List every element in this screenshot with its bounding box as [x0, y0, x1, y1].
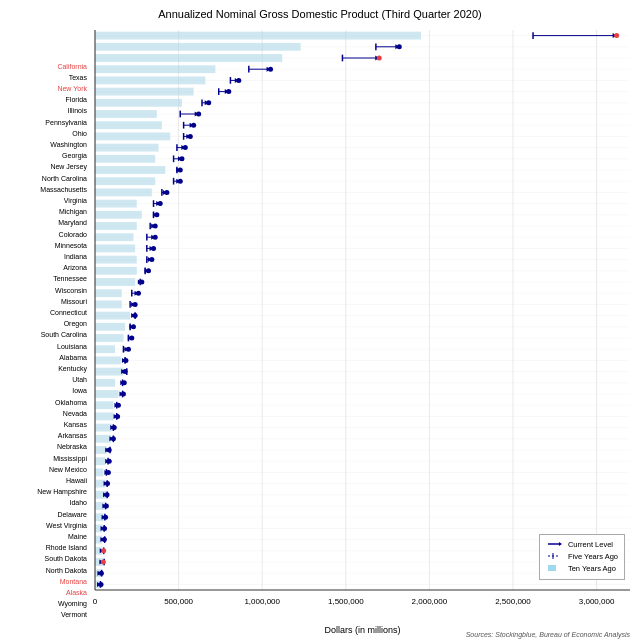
svg-rect-92: [95, 110, 157, 118]
svg-point-141: [154, 212, 159, 217]
svg-rect-172: [95, 289, 122, 297]
y-label-south-carolina: South Carolina: [41, 331, 87, 338]
y-label-montana: Montana: [60, 577, 87, 584]
y-label-virginia: Virginia: [64, 197, 87, 204]
x-label-6: 3,000,000: [579, 597, 615, 606]
svg-point-166: [146, 268, 151, 273]
source-text: Sources: Stockingblue, Bureau of Economi…: [466, 631, 630, 638]
y-label-nebraska: Nebraska: [57, 443, 87, 450]
y-label-alabama: Alabama: [59, 353, 87, 360]
svg-rect-313: [548, 565, 556, 571]
svg-point-131: [164, 190, 169, 195]
svg-rect-137: [95, 211, 142, 219]
y-label-rhode-island: Rhode Island: [46, 544, 87, 551]
svg-rect-117: [95, 166, 165, 174]
y-axis-labels: CaliforniaTexasNew YorkFloridaIllinoisPe…: [0, 30, 90, 590]
svg-point-286: [102, 537, 107, 542]
y-label-new-mexico: New Mexico: [49, 465, 87, 472]
svg-rect-242: [95, 446, 107, 454]
svg-rect-132: [95, 200, 137, 208]
y-label-south-dakota: South Dakota: [45, 555, 87, 562]
legend-five-label: Five Years Ago: [568, 552, 618, 561]
y-label-minnesota: Minnesota: [55, 241, 87, 248]
y-label-new-jersey: New Jersey: [50, 163, 87, 170]
y-label-hawaii: Hawaii: [66, 477, 87, 484]
svg-point-256: [106, 470, 111, 475]
svg-rect-87: [95, 99, 182, 107]
legend-current-symbol: [546, 539, 564, 549]
x-label-4: 2,000,000: [412, 597, 448, 606]
svg-rect-152: [95, 244, 135, 252]
svg-point-81: [236, 78, 241, 83]
svg-point-211: [123, 369, 128, 374]
chart-container: Annualized Nominal Gross Domestic Produc…: [0, 0, 640, 640]
y-label-vermont: Vermont: [61, 611, 87, 618]
svg-point-111: [183, 145, 188, 150]
svg-point-191: [131, 324, 136, 329]
svg-point-221: [121, 392, 126, 397]
svg-rect-217: [95, 390, 118, 398]
svg-rect-237: [95, 435, 111, 443]
svg-point-296: [101, 560, 106, 565]
y-label-indiana: Indiana: [64, 253, 87, 260]
y-label-washington: Washington: [50, 141, 87, 148]
svg-rect-202: [95, 356, 121, 364]
y-label-north-carolina: North Carolina: [42, 174, 87, 181]
y-label-arkansas: Arkansas: [58, 432, 87, 439]
svg-point-226: [116, 403, 121, 408]
svg-point-181: [133, 302, 138, 307]
svg-point-156: [151, 246, 156, 251]
y-label-ohio: Ohio: [72, 129, 87, 136]
y-label-nevada: Nevada: [63, 409, 87, 416]
svg-rect-177: [95, 300, 122, 308]
svg-point-196: [129, 336, 134, 341]
svg-rect-207: [95, 368, 123, 376]
svg-rect-232: [95, 424, 112, 432]
svg-point-161: [149, 257, 154, 262]
svg-point-121: [178, 168, 183, 173]
svg-rect-157: [95, 256, 137, 264]
svg-rect-182: [95, 312, 130, 320]
y-label-iowa: Iowa: [72, 387, 87, 394]
svg-rect-252: [95, 468, 103, 476]
svg-point-176: [136, 291, 141, 296]
svg-rect-162: [95, 267, 137, 275]
svg-point-206: [123, 358, 128, 363]
svg-point-186: [133, 313, 138, 318]
svg-rect-82: [95, 88, 194, 96]
y-label-kentucky: Kentucky: [58, 365, 87, 372]
svg-point-236: [112, 425, 117, 430]
legend-ten-label: Ten Years Ago: [568, 564, 616, 573]
svg-point-291: [101, 548, 106, 553]
svg-point-171: [139, 280, 144, 285]
svg-rect-147: [95, 233, 133, 241]
y-label-florida: Florida: [66, 96, 87, 103]
svg-rect-127: [95, 188, 152, 196]
y-label-texas: Texas: [69, 73, 87, 80]
svg-point-86: [226, 89, 231, 94]
y-label-west-virginia: West Virginia: [46, 521, 87, 528]
chart-title: Annualized Nominal Gross Domestic Produc…: [0, 0, 640, 24]
chart-area: [95, 30, 630, 590]
y-label-kansas: Kansas: [64, 421, 87, 428]
legend-ten-symbol: [546, 563, 564, 573]
y-label-idaho: Idaho: [69, 499, 87, 506]
svg-point-266: [105, 492, 110, 497]
x-label-0: 0: [93, 597, 97, 606]
y-label-missouri: Missouri: [61, 297, 87, 304]
svg-rect-212: [95, 379, 115, 387]
y-label-maine: Maine: [68, 533, 87, 540]
y-label-oklahoma: Oklahoma: [55, 398, 87, 405]
y-label-wisconsin: Wisconsin: [55, 286, 87, 293]
svg-point-101: [191, 123, 196, 128]
svg-rect-97: [95, 121, 162, 129]
svg-point-116: [179, 156, 184, 161]
legend-five: Five Years Ago: [546, 551, 618, 561]
legend-five-symbol: [546, 551, 564, 561]
svg-point-151: [153, 235, 158, 240]
y-label-arizona: Arizona: [63, 264, 87, 271]
svg-rect-102: [95, 132, 170, 140]
svg-rect-227: [95, 412, 113, 420]
y-label-oregon: Oregon: [64, 320, 87, 327]
svg-point-276: [103, 515, 108, 520]
